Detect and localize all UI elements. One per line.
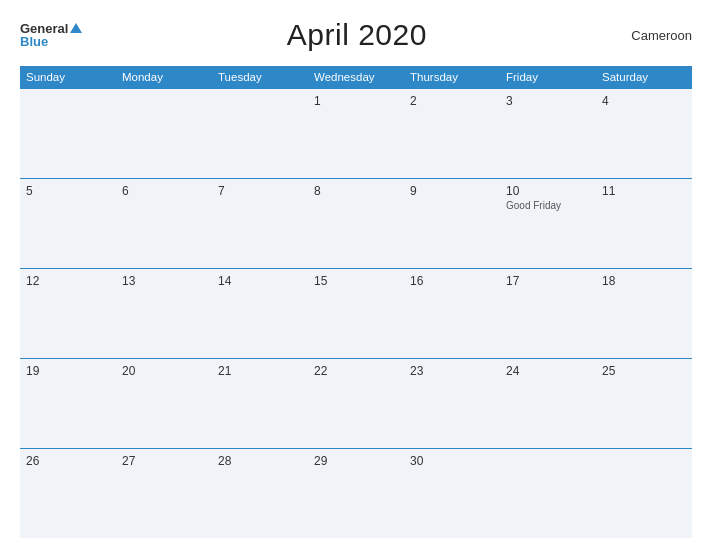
logo: General Blue bbox=[20, 22, 82, 48]
day-cell: 1 bbox=[308, 89, 404, 179]
day-cell: 21 bbox=[212, 358, 308, 448]
logo-triangle-icon bbox=[70, 23, 82, 33]
day-number: 12 bbox=[26, 274, 110, 288]
day-cell bbox=[596, 448, 692, 538]
header-wednesday: Wednesday bbox=[308, 66, 404, 89]
day-number: 1 bbox=[314, 94, 398, 108]
day-number: 29 bbox=[314, 454, 398, 468]
day-cell bbox=[20, 89, 116, 179]
week-row-2: 12131415161718 bbox=[20, 268, 692, 358]
day-number: 6 bbox=[122, 184, 206, 198]
day-number: 3 bbox=[506, 94, 590, 108]
day-number: 5 bbox=[26, 184, 110, 198]
header-sunday: Sunday bbox=[20, 66, 116, 89]
day-cell: 9 bbox=[404, 178, 500, 268]
day-cell bbox=[500, 448, 596, 538]
day-number: 30 bbox=[410, 454, 494, 468]
days-header-row: Sunday Monday Tuesday Wednesday Thursday… bbox=[20, 66, 692, 89]
day-number: 24 bbox=[506, 364, 590, 378]
day-cell bbox=[212, 89, 308, 179]
day-number: 9 bbox=[410, 184, 494, 198]
day-number: 7 bbox=[218, 184, 302, 198]
day-number: 14 bbox=[218, 274, 302, 288]
day-number: 13 bbox=[122, 274, 206, 288]
day-number: 17 bbox=[506, 274, 590, 288]
day-number: 23 bbox=[410, 364, 494, 378]
day-number: 4 bbox=[602, 94, 686, 108]
day-cell: 11 bbox=[596, 178, 692, 268]
day-cell: 14 bbox=[212, 268, 308, 358]
day-cell: 7 bbox=[212, 178, 308, 268]
day-cell: 16 bbox=[404, 268, 500, 358]
day-cell: 29 bbox=[308, 448, 404, 538]
day-cell: 3 bbox=[500, 89, 596, 179]
day-cell: 30 bbox=[404, 448, 500, 538]
day-number: 2 bbox=[410, 94, 494, 108]
day-cell: 27 bbox=[116, 448, 212, 538]
day-cell: 22 bbox=[308, 358, 404, 448]
day-number: 18 bbox=[602, 274, 686, 288]
header-saturday: Saturday bbox=[596, 66, 692, 89]
calendar-page: General Blue April 2020 Cameroon Sunday … bbox=[0, 0, 712, 550]
day-cell: 18 bbox=[596, 268, 692, 358]
day-number: 26 bbox=[26, 454, 110, 468]
day-cell: 23 bbox=[404, 358, 500, 448]
header: General Blue April 2020 Cameroon bbox=[20, 18, 692, 52]
header-monday: Monday bbox=[116, 66, 212, 89]
day-number: 19 bbox=[26, 364, 110, 378]
holiday-label: Good Friday bbox=[506, 200, 590, 211]
day-number: 10 bbox=[506, 184, 590, 198]
country-label: Cameroon bbox=[631, 28, 692, 43]
day-cell: 25 bbox=[596, 358, 692, 448]
day-number: 11 bbox=[602, 184, 686, 198]
header-thursday: Thursday bbox=[404, 66, 500, 89]
day-number: 8 bbox=[314, 184, 398, 198]
day-cell: 4 bbox=[596, 89, 692, 179]
day-cell: 5 bbox=[20, 178, 116, 268]
week-row-3: 19202122232425 bbox=[20, 358, 692, 448]
week-row-0: 1234 bbox=[20, 89, 692, 179]
logo-blue-text: Blue bbox=[20, 35, 82, 48]
day-cell: 15 bbox=[308, 268, 404, 358]
day-number: 27 bbox=[122, 454, 206, 468]
day-number: 20 bbox=[122, 364, 206, 378]
day-number: 16 bbox=[410, 274, 494, 288]
day-cell: 26 bbox=[20, 448, 116, 538]
day-cell bbox=[116, 89, 212, 179]
day-number: 22 bbox=[314, 364, 398, 378]
day-cell: 20 bbox=[116, 358, 212, 448]
day-number: 15 bbox=[314, 274, 398, 288]
day-cell: 24 bbox=[500, 358, 596, 448]
day-cell: 13 bbox=[116, 268, 212, 358]
week-row-4: 2627282930 bbox=[20, 448, 692, 538]
day-cell: 28 bbox=[212, 448, 308, 538]
day-cell: 8 bbox=[308, 178, 404, 268]
header-tuesday: Tuesday bbox=[212, 66, 308, 89]
week-row-1: 5678910Good Friday11 bbox=[20, 178, 692, 268]
day-number: 25 bbox=[602, 364, 686, 378]
day-cell: 12 bbox=[20, 268, 116, 358]
calendar-table: Sunday Monday Tuesday Wednesday Thursday… bbox=[20, 66, 692, 538]
day-cell: 19 bbox=[20, 358, 116, 448]
day-cell: 6 bbox=[116, 178, 212, 268]
day-cell: 10Good Friday bbox=[500, 178, 596, 268]
day-number: 21 bbox=[218, 364, 302, 378]
day-number: 28 bbox=[218, 454, 302, 468]
day-cell: 2 bbox=[404, 89, 500, 179]
day-cell: 17 bbox=[500, 268, 596, 358]
header-friday: Friday bbox=[500, 66, 596, 89]
calendar-title: April 2020 bbox=[287, 18, 427, 52]
